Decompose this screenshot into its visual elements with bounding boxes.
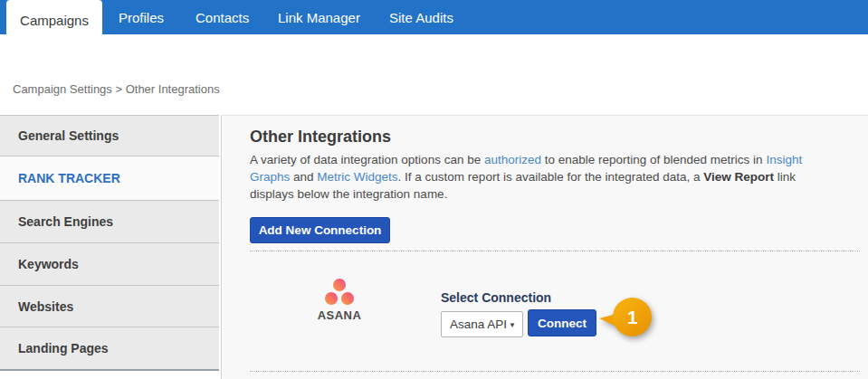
tab-campaigns-label: Campaigns bbox=[20, 13, 89, 28]
connection-select-value: Asana API bbox=[450, 317, 507, 331]
asana-logo-icon bbox=[324, 279, 360, 308]
sidebar-item-keywords[interactable]: Keywords bbox=[0, 242, 219, 285]
sidebar-item-websites[interactable]: Websites bbox=[0, 285, 219, 327]
inline-link[interactable]: authorized bbox=[484, 153, 541, 166]
add-new-connection-button[interactable]: Add New Connection bbox=[250, 217, 390, 243]
tab-profiles[interactable]: Profiles bbox=[119, 10, 164, 25]
connect-button[interactable]: Connect bbox=[528, 309, 596, 336]
sidebar-item-search-engines[interactable]: Search Engines bbox=[0, 200, 219, 242]
connection-select[interactable]: Asana API ▼ bbox=[441, 311, 523, 337]
tab-site-audits[interactable]: Site Audits bbox=[389, 10, 453, 25]
divider-top bbox=[250, 251, 860, 251]
badge-number: 1 bbox=[613, 298, 652, 336]
breadcrumb: Campaign Settings > Other Integrations bbox=[13, 82, 220, 96]
tab-contacts[interactable]: Contacts bbox=[196, 10, 249, 25]
page-description: A variety of data integration options ca… bbox=[250, 151, 840, 203]
tab-campaigns[interactable]: Campaigns bbox=[6, 0, 102, 40]
sidebar-item-landing-pages[interactable]: Landing Pages bbox=[0, 327, 219, 369]
add-new-connection-label: Add New Connection bbox=[259, 223, 382, 237]
sidebar-bottom-divider bbox=[0, 369, 219, 371]
sidebar-item-rank-tracker[interactable]: RANK TRACKER bbox=[0, 156, 219, 200]
bold-text: View Report bbox=[703, 170, 774, 184]
annotation-step-badge: 1 bbox=[597, 298, 653, 339]
divider-bottom bbox=[250, 371, 860, 372]
integration-name: ASANA bbox=[309, 308, 370, 322]
connect-button-label: Connect bbox=[538, 317, 587, 330]
tab-link-manager[interactable]: Link Manager bbox=[278, 10, 360, 25]
sidebar-item-general-settings[interactable]: General Settings bbox=[0, 115, 219, 156]
inline-link[interactable]: Metric Widgets bbox=[317, 170, 397, 184]
sidebar-vertical-divider bbox=[221, 115, 222, 379]
page-title: Other Integrations bbox=[250, 128, 391, 147]
select-connection-label: Select Connection bbox=[441, 290, 551, 305]
chevron-down-icon: ▼ bbox=[509, 321, 516, 329]
